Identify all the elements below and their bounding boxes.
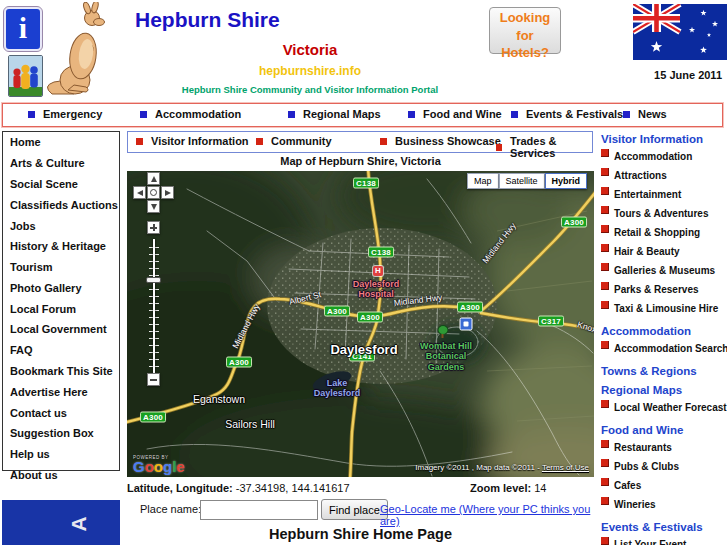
header: i Hepburn Shire Victoria [0, 0, 727, 102]
map-type-control: Map Satellite Hybrid [467, 173, 587, 189]
pan-left-button[interactable] [133, 186, 146, 199]
rs-header-accommodation[interactable]: Accommodation [601, 325, 727, 337]
sidebar-item-about-us[interactable]: About us [3, 465, 119, 486]
rs-header-regional-maps[interactable]: Regional Maps [601, 384, 727, 396]
square-bullet-icon [601, 537, 609, 545]
pan-down-button[interactable] [147, 200, 160, 213]
square-bullet-icon [496, 144, 502, 151]
sidebar-item-suggestion-box[interactable]: Suggestion Box [3, 423, 119, 444]
rs-header-food-and-wine[interactable]: Food and Wine [601, 424, 727, 436]
nav-regional-maps[interactable]: Regional Maps [288, 108, 381, 120]
zoom-slider-handle[interactable] [146, 277, 161, 283]
latlng-label: Latitude, Longitude: [127, 482, 233, 494]
nav-emergency[interactable]: Emergency [28, 108, 102, 120]
square-bullet-icon [380, 138, 387, 145]
square-bullet-icon [601, 206, 609, 214]
find-place-button[interactable]: Find place [321, 499, 388, 520]
town-label-eganstown: Eganstown [193, 393, 245, 405]
sidebar-item-contact-us[interactable]: Contact us [3, 402, 119, 423]
square-bullet-icon [601, 263, 609, 271]
site-subtitle: Victoria [250, 41, 370, 58]
rs-item-cafes[interactable]: Cafes [601, 476, 727, 495]
pan-center-button[interactable] [147, 186, 160, 199]
rs-item-local-weather[interactable]: Local Weather Forecast [601, 398, 727, 417]
square-bullet-icon [408, 111, 415, 118]
square-bullet-icon [601, 440, 609, 448]
sidebar-item-local-government[interactable]: Local Government [3, 319, 119, 340]
rs-item-hair-beauty[interactable]: Hair & Beauty [601, 242, 727, 261]
info-icon[interactable]: i [4, 7, 42, 51]
rs-item-attractions[interactable]: Attractions [601, 166, 727, 185]
route-shield-a300: A300 [457, 302, 483, 313]
route-shield-c317: C317 [538, 316, 564, 327]
rs-header-events-festivals[interactable]: Events & Festivals [601, 521, 727, 533]
sidebar-item-advertise-here[interactable]: Advertise Here [3, 381, 119, 402]
route-shield-a300: A300 [140, 412, 166, 423]
coordinates-row: Latitude, Longitude: -37.34198, 144.1416… [127, 482, 594, 494]
sidebar-item-classifieds-auctions[interactable]: Classifieds Auctions [3, 194, 119, 215]
sidebar-item-local-forum[interactable]: Local Forum [3, 298, 119, 319]
rs-item-retail-shopping[interactable]: Retail & Shopping [601, 223, 727, 242]
route-shield-a300: A300 [357, 312, 383, 323]
geolocate-link[interactable]: Geo-Locate me (Where your PC thinks you … [380, 503, 594, 527]
square-bullet-icon [28, 111, 35, 118]
map-canvas[interactable]: C138 C138 A300 C317 A300 A300 A300 C141 … [127, 171, 594, 477]
nav-food-and-wine[interactable]: Food and Wine [408, 108, 502, 120]
sidebar-item-bookmark-this-site[interactable]: Bookmark This Site [3, 361, 119, 382]
square-bullet-icon [601, 301, 609, 309]
rs-item-list-your-event[interactable]: List Your Event [601, 535, 727, 545]
square-bullet-icon [601, 244, 609, 252]
looking-for-hotels-button[interactable]: Looking for Hotels? [489, 7, 561, 54]
nav-news[interactable]: News [623, 108, 667, 120]
rs-item-wineries[interactable]: Wineries [601, 495, 727, 514]
mapdata-credit: Map data ©2011 [476, 463, 535, 472]
rs-item-taxi-limousine[interactable]: Taxi & Limousine Hire [601, 299, 727, 318]
page-title: Hepburn Shire [135, 8, 280, 32]
rs-item-accommodation[interactable]: Accommodation [601, 147, 727, 166]
pan-up-button[interactable] [147, 172, 160, 185]
google-wordmark: Google [133, 460, 185, 473]
rs-item-accommodation-search[interactable]: Accommodation Search [601, 339, 727, 358]
pan-right-button[interactable] [161, 186, 174, 199]
sidebar-item-home[interactable]: Home [3, 132, 119, 153]
square-bullet-icon [623, 111, 630, 118]
ad-banner[interactable]: A d [2, 500, 120, 545]
rs-header-towns-regions[interactable]: Towns & Regions [601, 365, 727, 377]
rs-item-parks-reserves[interactable]: Parks & Reserves [601, 280, 727, 299]
rs-item-entertainment[interactable]: Entertainment [601, 185, 727, 204]
place-name-input[interactable] [200, 500, 318, 520]
sidebar-item-help-us[interactable]: Help us [3, 444, 119, 465]
sidebar-item-history-heritage[interactable]: History & Heritage [3, 236, 119, 257]
map-type-hybrid-button[interactable]: Hybrid [545, 173, 588, 189]
google-logo[interactable]: POWERED BY Google [133, 455, 185, 473]
square-bullet-icon [601, 187, 609, 195]
sidebar-item-social-scene[interactable]: Social Scene [3, 174, 119, 195]
nav-community[interactable]: Community [256, 135, 332, 147]
sidebar-item-photo-gallery[interactable]: Photo Gallery [3, 277, 119, 298]
terms-of-use-link[interactable]: Terms of Use [542, 463, 589, 472]
sidebar-item-faq[interactable]: FAQ [3, 340, 119, 361]
square-bullet-icon [136, 138, 143, 145]
zoom-out-button[interactable] [147, 373, 160, 386]
rs-item-galleries-museums[interactable]: Galleries & Museums [601, 261, 727, 280]
sidebar-item-jobs[interactable]: Jobs [3, 215, 119, 236]
rs-item-restaurants[interactable]: Restaurants [601, 438, 727, 457]
community-icon[interactable] [8, 55, 43, 97]
rs-item-tours-adventures[interactable]: Tours & Adventures [601, 204, 727, 223]
nav-accommodation[interactable]: Accommodation [140, 108, 241, 120]
rs-item-pubs-clubs[interactable]: Pubs & Clubs [601, 457, 727, 476]
town-label-daylesford: Daylesford [330, 342, 397, 357]
route-shield-a300: A300 [226, 357, 252, 368]
nav-business-showcase[interactable]: Business Showcase [380, 135, 501, 147]
sidebar-item-tourism[interactable]: Tourism [3, 257, 119, 278]
zoom-in-button[interactable] [147, 221, 160, 234]
hospital-label: Daylesford Hospital [341, 279, 411, 300]
square-bullet-icon [601, 459, 609, 467]
zoom-slider-track[interactable] [153, 239, 155, 373]
map-type-satellite-button[interactable]: Satellite [499, 173, 545, 189]
sidebar-item-arts-culture[interactable]: Arts & Culture [3, 153, 119, 174]
nav-events-festivals[interactable]: Events & Festivals [511, 108, 623, 120]
map-type-map-button[interactable]: Map [467, 173, 499, 189]
nav-visitor-information[interactable]: Visitor Information [136, 135, 249, 147]
rs-header-visitor-information[interactable]: Visitor Information [601, 133, 727, 145]
